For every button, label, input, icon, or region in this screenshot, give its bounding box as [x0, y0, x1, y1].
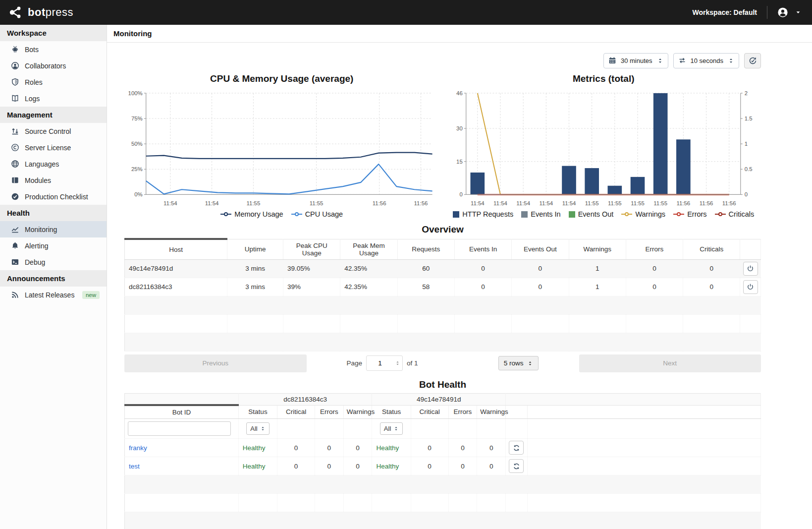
column-header-errors[interactable]: Errors — [626, 239, 683, 259]
power-button[interactable] — [743, 262, 758, 276]
cpu-memory-chart-plot: 0%25%50%75%100%11:5411:5411:5511:5511:56… — [124, 86, 439, 209]
page-spinner-icon[interactable] — [395, 360, 400, 366]
exchange-icon — [678, 57, 686, 64]
next-page-button[interactable]: Next — [579, 354, 761, 372]
column-header-status[interactable]: Status — [372, 405, 411, 419]
cell-peak-mem-usage: 42.35% — [340, 278, 397, 296]
rows-per-page-select[interactable]: 5 rows — [498, 356, 539, 370]
cell-status — [238, 475, 277, 494]
chevron-down-icon[interactable] — [795, 9, 801, 15]
sidebar-item-logs[interactable]: Logs — [0, 90, 107, 107]
legend-label: Events In — [531, 210, 560, 218]
svg-text:11:56: 11:56 — [676, 200, 690, 206]
column-header-empty — [506, 405, 528, 419]
column-header-critical[interactable]: Critical — [277, 405, 315, 419]
cell-errors: 0 — [315, 457, 343, 475]
column-header-criticals[interactable]: Criticals — [683, 239, 740, 259]
previous-page-button[interactable]: Previous — [124, 354, 307, 372]
table-row — [125, 512, 761, 529]
sidebar-item-label: Languages — [25, 160, 59, 168]
legend-swatch — [521, 211, 528, 218]
column-header-empty — [527, 405, 760, 419]
legend-item: Criticals — [715, 210, 755, 218]
cell-actions — [740, 259, 761, 278]
sidebar-item-collaborators[interactable]: Collaborators — [0, 58, 107, 74]
power-button[interactable] — [743, 280, 758, 294]
refresh-rate-select[interactable]: 10 seconds — [673, 53, 740, 68]
sidebar-item-bots[interactable]: Bots — [0, 41, 107, 58]
cell-peak-cpu-usage — [283, 333, 340, 351]
column-header-warnings[interactable]: Warnings — [569, 239, 626, 259]
refresh-bot-button[interactable] — [509, 459, 524, 473]
column-header-warnings[interactable]: Warnings — [343, 405, 372, 419]
column-header-warnings[interactable]: Warnings — [477, 405, 506, 419]
bot-link[interactable]: franky — [129, 444, 147, 452]
cell-peak-mem-usage — [340, 314, 397, 333]
chart-controls: 30 minutes 10 seconds — [124, 53, 761, 68]
column-header-events-in[interactable]: Events In — [454, 239, 511, 259]
refresh-icon — [513, 444, 520, 452]
cell-actions — [506, 475, 528, 494]
cell-critical — [277, 475, 315, 494]
sidebar-item-latest-releases[interactable]: Latest Releasesnew — [0, 287, 107, 303]
cell-host: dc82116384c3 — [125, 278, 227, 296]
brand: botpress — [8, 5, 73, 20]
cell-bot-id: franky — [125, 439, 239, 457]
cell-events-out — [512, 296, 569, 314]
sidebar-item-alerting[interactable]: Alerting — [0, 237, 107, 254]
group-header-empty — [506, 393, 761, 405]
column-header-errors[interactable]: Errors — [448, 405, 477, 419]
sidebar-section-health: Health — [0, 205, 107, 221]
cell-status: Healthy — [372, 457, 411, 475]
cell-warnings — [569, 296, 626, 314]
cell-filler — [527, 475, 760, 494]
svg-text:2: 2 — [744, 90, 747, 96]
time-range-select[interactable]: 30 minutes — [603, 53, 668, 68]
cell-errors: 0 — [448, 457, 477, 475]
user-avatar-icon[interactable] — [777, 7, 788, 18]
column-header-peak-mem-usage[interactable]: Peak Mem Usage — [340, 239, 397, 259]
cell-critical — [277, 512, 315, 529]
chart-line-icon — [11, 225, 19, 234]
sidebar-item-monitoring[interactable]: Monitoring — [0, 221, 107, 237]
sidebar-item-debug[interactable]: Debug — [0, 254, 107, 270]
column-header-bot-id[interactable]: Bot ID — [125, 405, 239, 419]
svg-text:11:54: 11:54 — [493, 200, 507, 206]
bot-link[interactable]: test — [129, 463, 140, 470]
cell-warnings: 0 — [343, 439, 372, 457]
column-header-events-out[interactable]: Events Out — [512, 239, 569, 259]
column-header-errors[interactable]: Errors — [315, 405, 343, 419]
cell-errors: 0 — [626, 278, 683, 296]
sidebar-item-source-control[interactable]: Source Control — [0, 123, 107, 139]
cell-bot-id — [125, 494, 239, 512]
legend-swatch — [673, 212, 684, 217]
cell-criticals — [683, 314, 740, 333]
page-title-text: Monitoring — [113, 29, 152, 38]
cell-events-in — [454, 314, 511, 333]
cell-critical — [411, 512, 448, 529]
bot-id-filter-input[interactable] — [128, 421, 231, 436]
cell-status: Healthy — [238, 457, 277, 475]
status-filter-select[interactable]: All — [380, 422, 403, 435]
svg-text:0: 0 — [459, 191, 462, 197]
column-header-peak-cpu-usage[interactable]: Peak CPU Usage — [283, 239, 340, 259]
sidebar-item-modules[interactable]: Modules — [0, 172, 107, 188]
sidebar-item-languages[interactable]: Languages — [0, 156, 107, 172]
auto-refresh-button[interactable] — [744, 53, 761, 68]
column-header-requests[interactable]: Requests — [397, 239, 454, 259]
refresh-bot-button[interactable] — [509, 441, 524, 455]
cell-critical: 0 — [277, 439, 315, 457]
status-filter-select[interactable]: All — [246, 422, 269, 435]
column-header-host[interactable]: Host — [125, 239, 227, 259]
sidebar-item-production-checklist[interactable]: Production Checklist — [0, 188, 107, 205]
cell-filler — [527, 494, 760, 512]
main-area: Monitoring 30 minutes 10 seconds — [107, 25, 812, 529]
cell-critical: 0 — [411, 439, 448, 457]
column-header-status[interactable]: Status — [238, 405, 277, 419]
sidebar-item-server-license[interactable]: Server License — [0, 139, 107, 156]
sidebar-item-roles[interactable]: Roles — [0, 74, 107, 90]
column-header-uptime[interactable]: Uptime — [227, 239, 283, 259]
column-header-critical[interactable]: Critical — [411, 405, 448, 419]
sidebar-item-label: Latest Releases — [25, 291, 74, 299]
sidebar-item-label: Monitoring — [25, 226, 57, 234]
